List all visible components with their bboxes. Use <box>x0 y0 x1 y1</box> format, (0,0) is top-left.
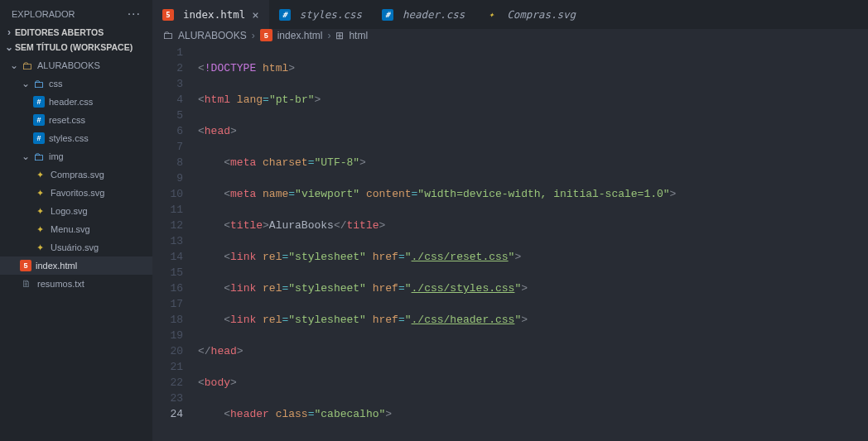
sidebar: EXPLORADOR ··· › EDITORES ABERTOS ⌄ SEM … <box>0 0 152 441</box>
chevron-down-icon: ⌄ <box>20 151 31 162</box>
folder-label: img <box>49 151 64 161</box>
css-icon: # <box>33 132 45 144</box>
css-icon: # <box>33 96 45 108</box>
folder-icon: 🗀 <box>20 59 33 72</box>
file-item[interactable]: # header.css <box>0 93 152 111</box>
tab-header-css[interactable]: # header.css <box>372 0 475 29</box>
breadcrumb[interactable]: 🗀 ALURABOOKS › 5 index.html › ⊞ html <box>152 29 868 41</box>
tab-styles-css[interactable]: # styles.css <box>269 0 372 29</box>
workspace-section[interactable]: ⌄ SEM TÍTULO (WORKSPACE) <box>0 40 152 55</box>
svg-icon: ✦ <box>33 186 46 199</box>
file-item[interactable]: ✦ Compras.svg <box>0 165 152 184</box>
folder-label: ALURABOOKS <box>37 60 100 70</box>
css-icon: # <box>382 9 393 21</box>
code-editor[interactable]: 1234 5678 9101112 13141516 17181920 2122… <box>152 41 868 441</box>
svg-icon: ✦ <box>33 223 46 236</box>
tab-index-html[interactable]: 5 index.html × <box>152 0 269 29</box>
file-label: reset.css <box>49 115 85 125</box>
chevron-down-icon: ⌄ <box>3 41 15 53</box>
svg-icon: ✦ <box>485 8 498 22</box>
workspace-label: SEM TÍTULO (WORKSPACE) <box>15 42 133 52</box>
html-icon: 5 <box>20 260 31 271</box>
svg-icon: ✦ <box>33 168 46 181</box>
open-editors-section[interactable]: › EDITORES ABERTOS <box>0 25 152 40</box>
chevron-right-icon: › <box>252 30 255 41</box>
close-icon[interactable]: × <box>252 8 258 22</box>
file-item[interactable]: ✦ Usuário.svg <box>0 238 152 256</box>
svg-icon: ✦ <box>33 204 46 218</box>
file-item-active[interactable]: 5 index.html <box>0 256 152 275</box>
css-icon: # <box>33 114 45 126</box>
chevron-right-icon: › <box>327 30 330 41</box>
file-item[interactable]: ✦ Logo.svg <box>0 202 152 220</box>
folder-icon: 🗀 <box>31 77 45 90</box>
line-gutter: 1234 5678 9101112 13141516 17181920 2122… <box>152 45 198 441</box>
folder-img[interactable]: ⌄ 🗀 img <box>0 147 152 165</box>
tab-label: styles.css <box>300 8 362 21</box>
file-item[interactable]: # styles.css <box>0 129 152 147</box>
file-tree: ⌄ 🗀 ALURABOOKS ⌄ 🗀 css # header.css # re… <box>0 55 152 295</box>
txt-icon: 🗎 <box>20 277 33 290</box>
folder-icon: 🗀 <box>162 29 173 41</box>
file-item[interactable]: 🗎 resumos.txt <box>0 275 152 293</box>
explorer-title: EXPLORADOR <box>12 9 75 19</box>
tab-compras-svg[interactable]: ✦ Compras.svg <box>475 0 586 29</box>
open-editors-label: EDITORES ABERTOS <box>15 27 104 37</box>
folder-root[interactable]: ⌄ 🗀 ALURABOOKS <box>0 56 152 74</box>
element-icon: ⊞ <box>335 30 344 41</box>
chevron-down-icon: ⌄ <box>8 60 20 71</box>
breadcrumb-part[interactable]: index.html <box>277 30 323 41</box>
file-label: Favoritos.svg <box>51 188 104 198</box>
folder-icon: 🗀 <box>31 150 45 163</box>
sidebar-header: EXPLORADOR ··· <box>0 0 152 25</box>
file-label: resumos.txt <box>37 279 84 289</box>
file-label: Logo.svg <box>51 206 88 216</box>
file-label: styles.css <box>49 133 89 143</box>
folder-label: css <box>49 79 63 89</box>
file-label: Compras.svg <box>51 170 104 180</box>
breadcrumb-part[interactable]: html <box>349 30 368 41</box>
file-label: index.html <box>36 261 77 271</box>
file-item[interactable]: # reset.css <box>0 111 152 129</box>
html-icon: 5 <box>162 9 174 21</box>
code-content[interactable]: <!DOCTYPE html> <html lang="pt-br"> <hea… <box>198 45 868 441</box>
file-label: Usuário.svg <box>51 242 99 252</box>
breadcrumb-part[interactable]: ALURABOOKS <box>178 30 247 41</box>
tab-bar: 5 index.html × # styles.css # header.css… <box>152 0 868 29</box>
tab-label: index.html <box>183 8 245 21</box>
folder-css[interactable]: ⌄ 🗀 css <box>0 74 152 93</box>
tab-label: Compras.svg <box>507 8 576 21</box>
html-icon: 5 <box>260 29 272 41</box>
tab-label: header.css <box>403 8 465 21</box>
svg-icon: ✦ <box>33 241 46 254</box>
file-item[interactable]: ✦ Favoritos.svg <box>0 184 152 202</box>
file-item[interactable]: ✦ Menu.svg <box>0 220 152 238</box>
file-label: Menu.svg <box>51 224 90 234</box>
css-icon: # <box>279 9 291 21</box>
file-label: header.css <box>49 97 93 107</box>
chevron-down-icon: ⌄ <box>20 78 31 89</box>
chevron-right-icon: › <box>3 26 15 38</box>
more-icon[interactable]: ··· <box>128 7 141 22</box>
main-panel: 5 index.html × # styles.css # header.css… <box>152 0 868 441</box>
